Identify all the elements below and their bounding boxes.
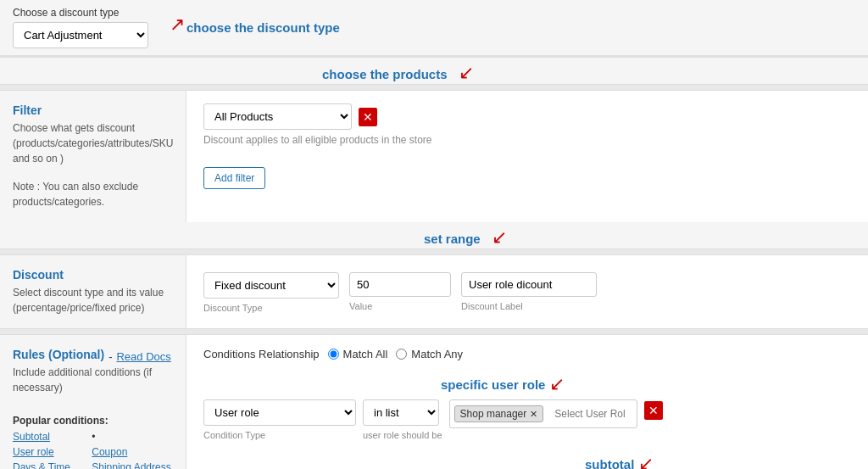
match-any-label[interactable]: Match Any — [396, 348, 463, 360]
condition-row-1: User role Condition Type in list user ro… — [203, 399, 851, 440]
filter-section: Filter Choose what gets discount (produc… — [0, 91, 868, 222]
filter-title: Filter — [13, 103, 173, 117]
shop-manager-tag: Shop manager ✕ — [454, 405, 544, 422]
user-role-search-input[interactable] — [548, 403, 632, 425]
filter-note: Note : You can also exclude products/cat… — [13, 179, 173, 209]
match-any-text: Match Any — [411, 348, 463, 360]
discount-value-input[interactable] — [349, 272, 451, 297]
condition-1-operator-label: user role should be — [363, 430, 442, 440]
condition-shipping-address[interactable]: Shipping Address — [92, 461, 173, 469]
condition-coupon[interactable]: Coupon — [92, 446, 173, 458]
discount-type-dropdown[interactable]: Fixed discount — [203, 272, 339, 299]
discount-value-field: Value — [349, 272, 451, 311]
rules-title-row: Rules (Optional) - Read Docs — [13, 348, 173, 365]
section-divider-1 — [0, 84, 868, 91]
rules-dash: - — [108, 350, 112, 363]
condition-1-value-field: Shop manager ✕ — [449, 399, 638, 431]
discount-label-field: Discount Label — [461, 272, 597, 311]
rules-desc: Include additional conditions (if necess… — [13, 365, 173, 395]
condition-days-time[interactable]: Days & Time — [13, 461, 75, 469]
tag-close-icon[interactable]: ✕ — [530, 409, 537, 420]
condition-subtotal[interactable]: Subtotal — [13, 431, 75, 443]
filter-desc1: Choose what gets discount — [13, 120, 173, 136]
condition-1-type-select[interactable]: User role — [203, 399, 356, 426]
add-filter-button[interactable]: Add filter — [203, 167, 265, 189]
arrow-icon-products: ↙ — [459, 62, 474, 83]
discount-desc2: (percentage/price/fixed price) — [13, 300, 173, 315]
condition-user-role[interactable]: User role — [13, 446, 75, 458]
condition-1-type-label: Condition Type — [203, 430, 356, 440]
rules-title: Rules (Optional) — [13, 348, 104, 361]
condition-1-operator-field: in list user role should be — [363, 399, 442, 440]
discount-right-col: Fixed discount Discount Type Value Disco… — [186, 255, 868, 328]
filter-hint: Discount applies to all eligible product… — [203, 134, 851, 146]
filter-desc2: (products/categories/attributes/SKU and … — [13, 136, 173, 166]
match-all-label[interactable]: Match All — [328, 348, 388, 360]
match-all-text: Match All — [343, 348, 388, 360]
filter-right-col: All Products ✕ Discount applies to all e… — [186, 91, 868, 222]
popular-conditions-label: Popular conditions: — [13, 415, 173, 427]
discount-label-label: Discount Label — [461, 301, 597, 311]
annotation-discount-type: ↗ choose the discount type — [186, 20, 340, 35]
choose-discount-label: Choose a discount type — [13, 7, 148, 19]
read-docs-link[interactable]: Read Docs — [116, 350, 170, 363]
user-role-input-wrapper: Shop manager ✕ — [449, 399, 638, 428]
remove-condition-1-button[interactable]: ✕ — [644, 401, 663, 420]
discount-value-label: Value — [349, 301, 451, 311]
condition-1-type-field: User role Condition Type — [203, 399, 356, 440]
discount-title: Discount — [13, 268, 173, 282]
discount-row: Fixed discount Discount Type Value Disco… — [203, 272, 851, 313]
discount-left-col: Discount Select discount type and its va… — [0, 255, 186, 328]
products-dropdown[interactable]: All Products — [203, 103, 352, 130]
discount-label-input[interactable] — [461, 272, 597, 297]
annotation-user-role: specific user role ↙ — [441, 373, 851, 395]
arrow-icon-discount: ↗ — [170, 14, 185, 36]
conditions-relationship-row: Conditions Relationship Match All Match … — [203, 348, 851, 360]
discount-type-group: Choose a discount type Cart Adjustment — [13, 7, 148, 48]
filter-left-col: Filter Choose what gets discount (produc… — [0, 91, 186, 222]
tag-text: Shop manager — [460, 408, 527, 420]
discount-type-select[interactable]: Cart Adjustment — [13, 22, 148, 48]
remove-product-filter-button[interactable]: ✕ — [359, 108, 377, 126]
rules-section: Rules (Optional) - Read Docs Include add… — [0, 335, 868, 469]
discount-type-row: Cart Adjustment — [13, 22, 148, 48]
annotation-products-area: choose the products ↙ — [0, 58, 868, 84]
discount-type-field: Fixed discount Discount Type — [203, 272, 339, 313]
conditions-col1: Subtotal User role Days & Time Purchase … — [13, 431, 75, 469]
match-all-radio[interactable] — [328, 349, 339, 360]
discount-type-label: Discount Type — [203, 303, 339, 313]
conditions-list: Subtotal User role Days & Time Purchase … — [13, 431, 173, 469]
conditions-relationship-label: Conditions Relationship — [203, 348, 320, 360]
arrow-icon-subtotal: ↙ — [638, 453, 654, 469]
arrow-icon-range: ↙ — [492, 226, 507, 248]
annotation-subtotal: subtotal ↙ — [585, 453, 851, 469]
condition-1-fields: User role Condition Type in list user ro… — [203, 399, 851, 440]
discount-desc1: Select discount type and its value — [13, 285, 173, 300]
rules-right-col: Conditions Relationship Match All Match … — [186, 335, 868, 469]
match-any-radio[interactable] — [396, 349, 407, 360]
annotation-range-area: set range ↙ — [0, 222, 868, 248]
condition-1-operator-select[interactable]: in list — [363, 399, 439, 426]
arrow-icon-user-role: ↙ — [549, 373, 565, 395]
col2-bullet: • — [92, 431, 173, 443]
rules-left-col: Rules (Optional) - Read Docs Include add… — [0, 335, 186, 469]
section-divider-2 — [0, 248, 868, 255]
conditions-col2: • Coupon Shipping Address Category Combi… — [92, 431, 173, 469]
top-header-section: Choose a discount type Cart Adjustment ↗… — [0, 0, 868, 58]
filter-row: All Products ✕ — [203, 103, 851, 130]
discount-section: Discount Select discount type and its va… — [0, 255, 868, 328]
section-divider-3 — [0, 328, 868, 335]
